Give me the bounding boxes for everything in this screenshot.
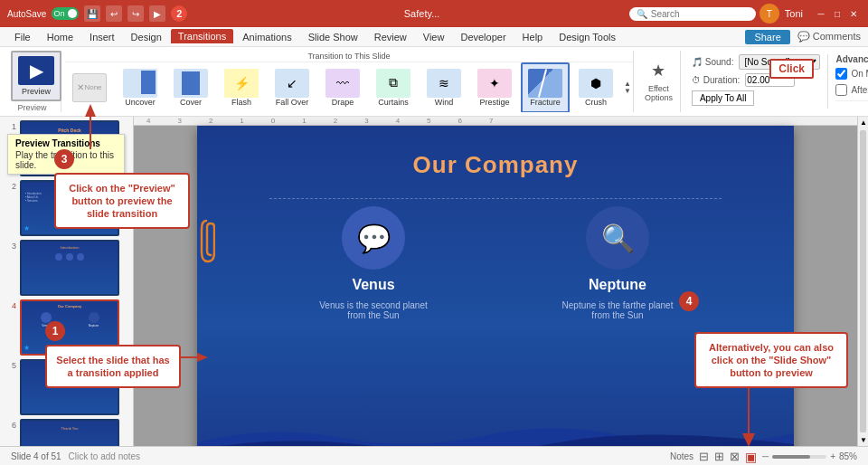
transitions-group: Transition to This Slide ✕None Uncover C… [65, 51, 634, 112]
menu-design[interactable]: Design [124, 30, 169, 44]
scroll-down-btn[interactable]: ▼ [858, 434, 868, 446]
scroll-thumb[interactable] [860, 130, 866, 432]
slideshow-icon[interactable]: ▣ [745, 450, 757, 464]
slide-canvas: Our Company 💬 Venus [134, 126, 857, 446]
trans-uncover[interactable]: Uncover [116, 62, 165, 112]
annotation-1-group: 1 Select the slide that has a transition… [45, 321, 181, 384]
vertical-scrollbar[interactable]: ▲ ▼ [857, 117, 868, 446]
slide-num-4: 4 [4, 299, 16, 310]
window-controls: ─ □ ✕ [814, 6, 861, 21]
menu-view[interactable]: View [416, 30, 452, 44]
slide-content: Our Company 💬 Venus [197, 126, 794, 446]
share-button[interactable]: Share [745, 30, 789, 44]
callout-4-text: Alternatively, you can also click on the… [709, 342, 834, 378]
s6-title: Thank You [22, 421, 118, 431]
effect-options-icon: ★ [651, 61, 665, 81]
scroll-down-btn[interactable]: ▼ [624, 88, 631, 95]
close-button[interactable]: ✕ [846, 6, 861, 21]
trans-cover[interactable]: Cover [166, 62, 215, 112]
trans-flash[interactable]: ⚡ Flash [217, 62, 266, 112]
trans-uncover-label: Uncover [125, 98, 156, 107]
menu-review[interactable]: Review [367, 30, 414, 44]
callout-3-text: Click on the "Preview" button to preview… [69, 183, 175, 219]
zoom-plus[interactable]: + [830, 451, 835, 461]
venus-icon: 💬 [357, 223, 391, 254]
trans-crush[interactable]: ⬢ Crush [571, 62, 620, 112]
trans-fallover[interactable]: ↙ Fall Over [268, 62, 316, 112]
title-bar-right: 🔍 T Toni ─ □ ✕ [629, 4, 861, 24]
slide-info: Slide 4 of 51 [11, 451, 61, 461]
apply-to-all-button[interactable]: Apply To All [692, 90, 755, 106]
menu-transitions[interactable]: Transitions [171, 29, 233, 45]
username: Toni [785, 8, 803, 19]
view-normal-icon[interactable]: ⊟ [699, 450, 709, 463]
preview-button[interactable]: ▶ Preview [11, 51, 61, 101]
on-mouse-click-label: On Mouse Click [851, 69, 868, 79]
menu-home[interactable]: Home [40, 30, 80, 44]
on-mouse-click-checkbox[interactable] [835, 68, 847, 80]
present-icon[interactable]: ▶ [149, 5, 165, 22]
trans-prestige[interactable]: ✦ Prestige [470, 62, 519, 112]
zoom-minus[interactable]: ─ [762, 451, 769, 461]
comments-button[interactable]: 💬 Comments [797, 31, 861, 43]
trans-curtains[interactable]: ⧉ Curtains [369, 62, 418, 112]
trans-drape[interactable]: 〰 Drape [318, 62, 367, 112]
notes-placeholder[interactable]: Click to add notes [69, 451, 141, 461]
neptune-circle: 🔍 [586, 206, 649, 270]
slide-img-3[interactable]: Introduction [20, 240, 119, 296]
arrow-4 [735, 384, 762, 446]
neptune-description: Neptune is the farthe planet from the Su… [559, 300, 676, 320]
ruler-marks: 432101234567 [137, 117, 493, 125]
slide-num-2: 2 [4, 180, 16, 191]
callout-circle-3: 3 [54, 149, 74, 169]
slide-thumb-3[interactable]: 3 Introduction [4, 240, 129, 296]
notes-label[interactable]: Notes [670, 451, 693, 461]
save-icon[interactable]: 💾 [84, 5, 100, 22]
menu-design-tools[interactable]: Design Tools [552, 30, 623, 44]
view-reading-icon[interactable]: ⊠ [730, 450, 740, 463]
title-bar: AutoSave On 💾 ↩ ↪ ▶ 2 Safety... 🔍 T Toni… [0, 0, 868, 27]
ribbon-transitions-scroll: ▲ ▼ [622, 81, 633, 95]
ribbon-content: ▶ Preview Preview Transition to This Sli… [0, 47, 868, 116]
undo-icon[interactable]: ↩ [106, 5, 122, 22]
trans-none-icon: ✕None [72, 73, 107, 102]
menu-animations[interactable]: Animations [235, 30, 298, 44]
view-outline-icon[interactable]: ⊞ [714, 450, 724, 463]
slide-thumb-6[interactable]: 6 Thank You [4, 419, 129, 446]
ribbon-group-preview: ▶ Preview Preview [7, 51, 61, 112]
venus-planet: 💬 Venus Venus is the second planet from … [315, 206, 432, 320]
search-input[interactable] [651, 9, 741, 19]
menu-slideshow[interactable]: Slide Show [301, 30, 365, 44]
trans-fracture[interactable]: Fracture [521, 62, 570, 112]
trans-wind[interactable]: ≋ Wind [420, 62, 468, 112]
zoom-slider[interactable] [772, 455, 826, 459]
autosave-toggle[interactable]: On [52, 7, 79, 20]
trans-wind-icon: ≋ [427, 69, 461, 98]
avatar: T [760, 4, 779, 24]
search-icon: 🔍 [637, 9, 647, 19]
maximize-button[interactable]: □ [830, 6, 844, 21]
menu-developer[interactable]: Developer [453, 30, 513, 44]
tooltip-title: Preview Transitions [15, 138, 117, 148]
s1-title: Pitch Deck [22, 122, 118, 133]
scroll-up-btn[interactable]: ▲ [858, 117, 868, 128]
after-checkbox[interactable] [835, 84, 847, 96]
trans-drape-label: Drape [332, 98, 354, 107]
transitions-row: ✕None Uncover Cover ⚡ Flash [65, 62, 633, 112]
menu-help[interactable]: Help [515, 30, 551, 44]
menu-right: Share 💬 Comments [745, 30, 861, 44]
slide-img-6[interactable]: Thank You [20, 419, 119, 446]
trans-uncover-icon [123, 69, 157, 98]
minimize-button[interactable]: ─ [814, 6, 828, 21]
trans-drape-icon: 〰 [326, 69, 360, 98]
trans-crush-icon: ⬢ [579, 69, 613, 98]
menu-file[interactable]: File [7, 30, 38, 44]
redo-icon[interactable]: ↪ [127, 5, 144, 22]
preview-group-label: Preview [11, 103, 53, 112]
paperclip-decoration [197, 216, 215, 266]
trans-fallover-label: Fall Over [276, 98, 309, 107]
svg-marker-1 [742, 433, 755, 446]
search-box[interactable]: 🔍 [629, 7, 756, 21]
venus-description: Venus is the second planet from the Sun [315, 300, 432, 320]
menu-insert[interactable]: Insert [82, 30, 122, 44]
